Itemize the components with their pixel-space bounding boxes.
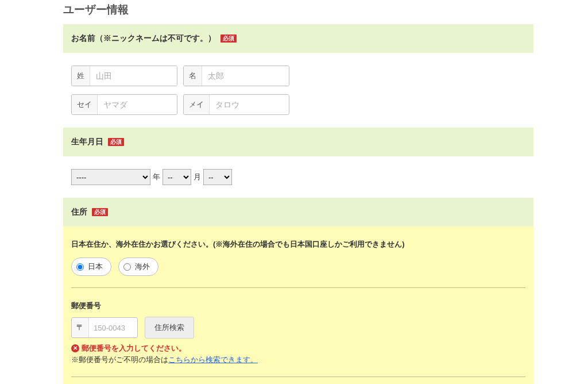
first-name-label: 名: [184, 66, 202, 86]
page-title: ユーザー情報: [63, 2, 533, 17]
residence-radio-group: 日本 海外: [71, 258, 525, 276]
residence-overseas-radio[interactable]: [123, 263, 131, 271]
postal-field: 〒: [71, 317, 138, 338]
birth-header-text: 生年月日: [71, 137, 103, 147]
error-icon: ✕: [71, 344, 79, 352]
postal-error: ✕ 郵便番号を入力してください。: [71, 343, 525, 354]
divider: [71, 287, 525, 288]
year-unit: 年: [153, 172, 160, 182]
first-name-kana-field: メイ: [183, 94, 289, 115]
residence-japan-label: 日本: [88, 262, 103, 272]
postal-input[interactable]: [89, 318, 137, 337]
last-name-input[interactable]: [90, 66, 177, 86]
postal-prefix: 〒: [72, 318, 89, 337]
postal-note-prefix: ※郵便番号がご不明の場合は: [71, 356, 168, 364]
divider: [71, 377, 525, 377]
last-name-kana-input[interactable]: [98, 95, 177, 114]
postal-label: 郵便番号: [71, 301, 525, 311]
name-section-body: 姓 名 セイ メイ: [63, 53, 533, 128]
required-badge: 必須: [220, 34, 237, 43]
residence-overseas-option[interactable]: 海外: [118, 258, 158, 276]
residence-japan-radio[interactable]: [76, 263, 84, 271]
first-name-input[interactable]: [202, 66, 289, 86]
month-unit: 月: [194, 172, 201, 182]
first-name-field: 名: [183, 66, 289, 86]
postal-error-text: 郵便番号を入力してください。: [82, 343, 186, 354]
birth-year-select[interactable]: ----: [71, 169, 150, 185]
address-section-body: 日本在住か、海外在住かお選びください。(※海外在住の場合でも日本国口座しかご利用…: [63, 226, 533, 384]
address-section-header: 住所 必須: [63, 198, 533, 226]
residence-japan-option[interactable]: 日本: [71, 258, 111, 276]
postal-note: ※郵便番号がご不明の場合はこちらから検索できます。: [71, 355, 525, 365]
address-search-button[interactable]: 住所検索: [145, 317, 194, 339]
last-name-label: 姓: [72, 66, 90, 86]
postal-lookup-link[interactable]: こちらから検索できます。: [168, 356, 258, 364]
residence-instruction: 日本在住か、海外在住かお選びください。(※海外在住の場合でも日本国口座しかご利用…: [71, 239, 525, 249]
birth-day-select[interactable]: --: [203, 169, 232, 185]
first-name-kana-input[interactable]: [210, 95, 289, 114]
name-header-text: お名前（※ニックネームは不可です。）: [71, 33, 216, 44]
residence-overseas-label: 海外: [135, 262, 150, 272]
birth-section-header: 生年月日 必須: [63, 128, 533, 156]
last-name-kana-field: セイ: [71, 94, 177, 115]
birth-month-select[interactable]: --: [163, 169, 191, 185]
required-badge: 必須: [92, 208, 108, 216]
last-name-field: 姓: [71, 66, 177, 86]
birth-section-body: ---- 年 -- 月 --: [63, 156, 533, 198]
last-name-kana-label: セイ: [72, 95, 98, 114]
address-header-text: 住所: [71, 207, 87, 217]
name-section-header: お名前（※ニックネームは不可です。） 必須: [63, 24, 533, 53]
first-name-kana-label: メイ: [184, 95, 210, 114]
required-badge: 必須: [108, 138, 124, 146]
